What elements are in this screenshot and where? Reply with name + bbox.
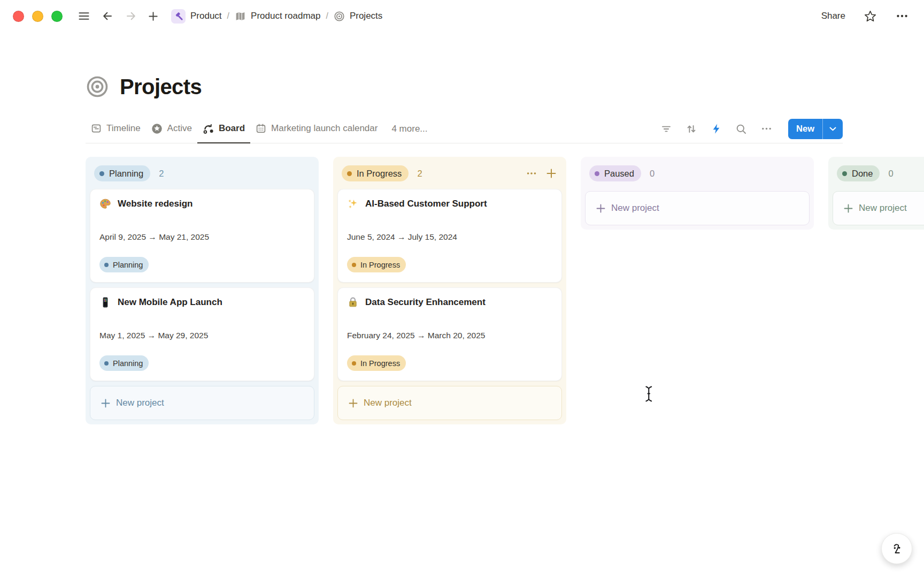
mobile-phone-icon [99,296,111,308]
target-icon[interactable] [86,75,109,98]
new-project-button[interactable]: New project [90,386,314,420]
breadcrumb-product[interactable]: Product [168,7,225,26]
new-button-dropdown[interactable] [823,119,843,139]
back-arrow-icon [101,10,114,22]
lock-icon [347,296,359,308]
card-status-label: In Progress [360,359,400,368]
card-date-range: April 9, 2025 → May 21, 2025 [99,232,305,242]
new-page-button[interactable] [147,10,159,22]
column-header: In Progress 2 [337,161,562,189]
column-status-pill[interactable]: Done [837,165,880,181]
map-icon [235,11,246,22]
search-icon [735,123,747,135]
card-status-label: Planning [113,261,143,269]
tab-label: Timeline [106,123,141,134]
tab-board[interactable]: Board [197,115,250,143]
page-header: Projects [86,73,924,101]
column-count: 2 [417,169,422,179]
sparkles-icon [347,198,359,210]
new-project-button[interactable]: New project [585,191,810,225]
status-dot-icon [99,171,104,176]
text-ibeam-cursor [642,384,656,406]
column-count: 0 [888,169,893,179]
card-status-pill: In Progress [347,257,406,272]
column-header: Planning 2 [90,161,314,189]
sidebar-toggle-button[interactable] [78,10,90,22]
column-header: Done 0 [833,161,924,189]
filter-button[interactable] [660,123,672,135]
share-button[interactable]: Share [821,11,845,21]
calendar-view-icon [256,123,266,134]
project-card-website-redesign[interactable]: Website redesign April 9, 2025 → May 21,… [90,189,314,283]
column-name: In Progress [357,169,402,179]
new-button[interactable]: New [788,119,822,139]
card-title: Website redesign [118,199,192,209]
view-options-button[interactable] [760,123,773,135]
column-add-card-button[interactable] [546,168,557,179]
project-card-ai-based-customer-support[interactable]: AI-Based Customer Support June 5, 2024 →… [337,189,562,283]
forward-button[interactable] [125,10,137,22]
project-card-new-mobile-app-launch[interactable]: New Mobile App Launch May 1, 2025 → May … [90,287,314,381]
column-options-button[interactable] [526,168,537,179]
tab-timeline[interactable]: Timeline [86,115,146,143]
new-project-label: New project [859,203,907,214]
new-project-label: New project [116,398,164,408]
sort-icon [686,123,697,135]
column-name: Planning [109,169,143,179]
column-status-pill[interactable]: Paused [589,165,641,181]
breadcrumb-projects[interactable]: Projects [330,9,386,24]
card-status-pill: Planning [99,257,149,272]
plus-icon [596,204,605,213]
hammer-icon [171,9,186,24]
breadcrumb-label: Product roadmap [251,11,320,21]
breadcrumb-separator: / [227,11,229,21]
board-column-done: Done 0 New project [828,157,924,230]
status-dot-icon [347,171,352,176]
close-window-button[interactable] [13,11,24,22]
column-count: 0 [650,169,654,179]
new-split-button: New [788,119,843,139]
column-count: 2 [159,169,164,179]
chevron-down-icon [829,127,836,131]
sort-button[interactable] [686,123,697,135]
page-options-button[interactable] [895,9,909,23]
zoom-window-button[interactable] [51,11,63,22]
window-controls [13,11,63,22]
plus-icon [546,168,557,179]
favorite-button[interactable] [864,10,877,23]
more-views-button[interactable]: 4 more... [391,124,427,134]
card-status-label: Planning [113,359,143,368]
breadcrumb-label: Projects [350,11,382,21]
breadcrumb-product-roadmap[interactable]: Product roadmap [232,9,324,24]
column-status-pill[interactable]: Planning [94,165,150,181]
filter-icon [660,123,672,135]
column-name: Done [852,169,873,179]
star-circle-icon [151,123,163,134]
plus-icon [147,10,159,22]
plus-icon [349,399,358,408]
ellipsis-icon [526,168,537,179]
breadcrumb-label: Product [190,11,222,21]
card-title: Data Security Enhancement [365,297,486,308]
tab-active[interactable]: Active [146,115,197,143]
search-button[interactable] [735,123,747,135]
tab-marketing-launch-calendar[interactable]: Marketing launch calendar [250,115,383,143]
back-button[interactable] [101,10,114,22]
notion-ai-button[interactable] [881,533,912,564]
timeline-view-icon [91,123,102,134]
card-date-range: June 5, 2024 → July 15, 2024 [347,232,552,242]
minimize-window-button[interactable] [32,11,43,22]
new-project-button[interactable]: New project [337,386,562,420]
plus-icon [101,399,110,408]
card-date-range: February 24, 2025 → March 20, 2025 [347,331,552,340]
card-status-pill: In Progress [347,355,406,371]
column-header: Paused 0 [585,161,810,189]
column-status-pill[interactable]: In Progress [342,165,409,181]
view-tab-bar: Timeline Active Board [86,115,843,143]
new-project-button[interactable]: New project [833,191,924,225]
automations-button[interactable] [711,123,722,134]
status-dot-icon [104,361,109,366]
card-date-range: May 1, 2025 → May 29, 2025 [99,331,305,340]
project-card-data-security-enhancement[interactable]: Data Security Enhancement February 24, 2… [337,287,562,381]
star-icon [864,10,877,23]
